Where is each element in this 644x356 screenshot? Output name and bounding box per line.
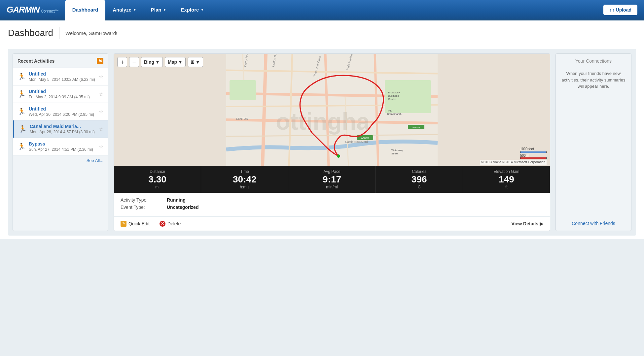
see-all-link[interactable]: See All...	[13, 155, 108, 163]
star-icon-1[interactable]: ☆	[99, 74, 103, 80]
main-nav: Dashboard Analyze ▼ Plan ▼ Explore ▼	[65, 0, 603, 19]
upload-icon: ↑	[609, 7, 612, 13]
activity-name-3: Untitled	[29, 106, 95, 112]
zoom-out-button[interactable]: −	[129, 57, 139, 67]
activity-info-4: Canal and Maid Maria... Mon, Apr 28, 201…	[30, 124, 95, 134]
stat-pace-value: 9:17	[291, 175, 373, 185]
scale-500m-label: 500 m	[520, 154, 547, 157]
event-type-row: Event Type: Uncategorized	[121, 205, 543, 210]
explore-arrow-icon: ▼	[200, 8, 204, 12]
zoom-in-button[interactable]: +	[117, 57, 127, 67]
activity-name-1: Untitled	[29, 71, 95, 77]
nav-explore[interactable]: Explore ▼	[173, 0, 211, 20]
stat-pace-label: Avg Pace	[291, 169, 373, 174]
activity-info-2: Untitled Fri, May 2, 2014 9:39 AM (4.35 …	[29, 89, 95, 99]
map-scale: 1000 feet 500 m	[520, 147, 547, 159]
logo-text: GARMINConnect™	[7, 5, 58, 15]
header-divider	[59, 27, 59, 39]
activity-item-2[interactable]: 🏃 Untitled Fri, May 2, 2014 9:39 AM (4.3…	[13, 85, 108, 103]
star-icon-4[interactable]: ☆	[99, 126, 103, 132]
run-icon-4: 🏃	[18, 125, 26, 133]
view-details-button[interactable]: View Details ▶	[512, 221, 543, 226]
map-copyright: © 2013 Nokia © 2014 Microsoft Corporatio…	[480, 160, 547, 165]
rss-icon[interactable]: ⌘	[97, 58, 103, 64]
stat-calories: Calories 396 C	[376, 166, 463, 193]
activity-item-5[interactable]: 🏃 Bypass Sun, Apr 27, 2014 4:51 PM (2.36…	[13, 138, 108, 155]
map-svg: Derby Road Lenton Boulevard Tattershall …	[114, 54, 550, 166]
activity-item-1[interactable]: 🏃 Untitled Mon, May 5, 2014 10:02 AM (6.…	[13, 68, 108, 85]
map-background: Derby Road Lenton Boulevard Tattershall …	[114, 54, 550, 166]
map-container: Derby Road Lenton Boulevard Tattershall …	[114, 54, 550, 166]
stat-distance-label: Distance	[117, 169, 198, 174]
connect-friends-button[interactable]: Connect with Friends	[572, 214, 615, 226]
quick-edit-button[interactable]: ✎ Quick Edit	[121, 221, 150, 227]
bing-button[interactable]: Bing ▼	[141, 57, 163, 67]
upload-button[interactable]: ↑ ↑ Upload	[603, 5, 637, 15]
nav-analyze[interactable]: Analyze ▼	[105, 0, 144, 20]
run-icon-3: 🏃	[18, 108, 25, 115]
activity-date-5: Sun, Apr 27, 2014 4:51 PM (2.36 mi)	[29, 147, 95, 152]
page-content: Dashboard Welcome, SamHoward! Recent Act…	[0, 20, 644, 239]
svg-text:Broadway: Broadway	[388, 91, 400, 94]
stat-pace: Avg Pace 9:17 min/mi	[288, 166, 376, 193]
event-type-value: Uncategorized	[167, 205, 198, 210]
view-details-arrow-icon: ▶	[540, 221, 543, 226]
activity-type-row: Activity Type: Running	[121, 197, 543, 203]
scale-bar-1000ft	[520, 151, 547, 153]
stat-elevation-unit: ft	[466, 185, 547, 189]
activity-name-5: Bypass	[29, 141, 95, 146]
bing-arrow-icon: ▼	[155, 59, 160, 65]
map-type-button[interactable]: Map ▼	[165, 57, 186, 67]
stat-calories-unit: C	[378, 185, 460, 189]
activity-name-2: Untitled	[29, 89, 95, 94]
recent-activities-panel: Recent Activities ⌘ 🏃 Untitled Mon, May …	[13, 53, 108, 231]
activity-date-4: Mon, Apr 28, 2014 4:57 PM (3.30 mi)	[30, 130, 95, 134]
plan-arrow-icon: ▼	[163, 8, 166, 12]
stat-time-label: Time	[204, 169, 285, 174]
main-layout: Recent Activities ⌘ 🏃 Untitled Mon, May …	[8, 49, 636, 236]
stat-elevation-value: 149	[466, 175, 547, 185]
nav-dashboard[interactable]: Dashboard	[65, 0, 105, 20]
header: GARMINConnect™ Dashboard Analyze ▼ Plan …	[0, 0, 644, 20]
delete-icon: ✕	[160, 221, 165, 227]
svg-text:LENTON: LENTON	[236, 117, 248, 120]
scale-bar-500m	[520, 157, 547, 159]
nav-plan[interactable]: Plan ▼	[144, 0, 174, 20]
activity-info-3: Untitled Wed, Apr 30, 2014 6:20 PM (2.95…	[29, 106, 95, 117]
activity-date-1: Mon, May 5, 2014 10:02 AM (6.23 mi)	[29, 77, 95, 82]
stat-time-unit: h:m:s	[204, 185, 285, 189]
run-icon-1: 🏃	[18, 73, 25, 81]
activity-date-2: Fri, May 2, 2014 9:39 AM (4.35 mi)	[29, 95, 95, 99]
star-icon-2[interactable]: ☆	[99, 91, 103, 97]
svg-rect-13	[230, 80, 256, 100]
stat-time-value: 30:42	[204, 175, 285, 185]
analyze-arrow-icon: ▼	[133, 8, 136, 12]
event-type-label: Event Type:	[121, 205, 167, 210]
layers-button[interactable]: ⊞ ▼	[188, 57, 203, 67]
activity-info-1: Untitled Mon, May 5, 2014 10:02 AM (6.23…	[29, 71, 95, 82]
svg-text:Street: Street	[391, 152, 399, 155]
svg-text:ottingha: ottingha	[276, 108, 370, 135]
garmin-logo: GARMIN	[7, 5, 39, 15]
stat-distance: Distance 3.30 mi	[114, 166, 201, 193]
recent-activities-header: Recent Activities ⌘	[13, 54, 108, 68]
stat-elevation-label: Elevation Gain	[466, 169, 547, 174]
svg-text:Broadmarsh: Broadmarsh	[387, 113, 402, 115]
stat-pace-unit: min/mi	[291, 185, 373, 189]
activity-name-4: Canal and Maid Maria...	[30, 124, 95, 129]
star-icon-5[interactable]: ☆	[99, 144, 103, 150]
activity-type-value: Running	[167, 197, 186, 203]
activity-item-3[interactable]: 🏃 Untitled Wed, Apr 30, 2014 6:20 PM (2.…	[13, 103, 108, 120]
star-icon-3[interactable]: ☆	[99, 109, 103, 115]
connections-message: When your friends have new activities, t…	[560, 70, 626, 214]
logo-area: GARMINConnect™	[7, 5, 58, 15]
edit-icon: ✎	[121, 221, 126, 227]
map-controls: + − Bing ▼ Map ▼ ⊞ ▼	[117, 57, 203, 67]
delete-button[interactable]: ✕ Delete	[160, 221, 181, 227]
connections-title: Your Connections	[575, 58, 612, 64]
svg-text:Business: Business	[388, 94, 399, 97]
svg-text:A600S: A600S	[361, 137, 369, 140]
connect-logo: Connect™	[41, 9, 58, 14]
activity-item-4[interactable]: 🏃 Canal and Maid Maria... Mon, Apr 28, 2…	[13, 120, 108, 138]
run-icon-2: 🏃	[18, 90, 25, 98]
